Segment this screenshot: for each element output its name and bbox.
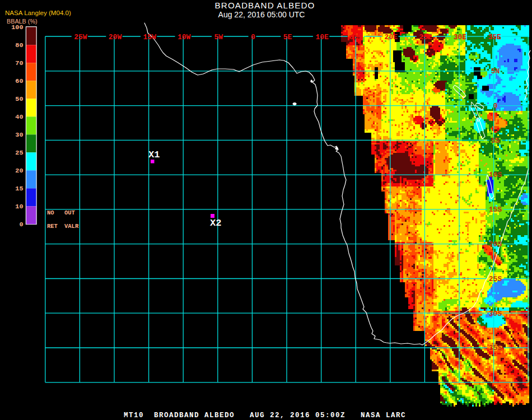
svg-text:NO: NO	[47, 209, 54, 216]
svg-text:20S: 20S	[489, 240, 502, 249]
svg-text:5W: 5W	[214, 33, 223, 41]
svg-text:50: 50	[15, 95, 23, 103]
svg-text:15S: 15S	[489, 206, 502, 214]
svg-text:70: 70	[15, 59, 23, 67]
svg-text:0: 0	[19, 221, 23, 228]
svg-text:20E: 20E	[385, 33, 398, 41]
svg-text:25E: 25E	[419, 33, 432, 41]
svg-text:20W: 20W	[109, 33, 122, 41]
svg-text:X2: X2	[210, 218, 221, 228]
svg-text:100: 100	[11, 24, 23, 31]
svg-text:60: 60	[15, 77, 23, 85]
svg-text:10W: 10W	[178, 33, 191, 41]
svg-text:15: 15	[15, 185, 23, 193]
svg-text:10E: 10E	[315, 33, 329, 41]
svg-text:OUT: OUT	[64, 209, 75, 216]
svg-text:0: 0	[493, 102, 498, 110]
svg-text:5S: 5S	[491, 137, 500, 145]
svg-text:15E: 15E	[350, 33, 363, 41]
svg-text:15W: 15W	[143, 33, 156, 41]
svg-text:25W: 25W	[74, 33, 87, 41]
svg-text:RET: RET	[47, 223, 58, 230]
svg-text:MT10 BROADBAND ALBEDO AUG 2: MT10 BROADBAND ALBEDO AUG 22, 2016 05:00…	[124, 412, 406, 419]
svg-text:5N: 5N	[491, 67, 500, 76]
svg-text:0: 0	[251, 33, 255, 41]
svg-text:25S: 25S	[489, 275, 502, 283]
svg-text:30S: 30S	[489, 310, 502, 318]
svg-text:VALR: VALR	[64, 223, 79, 230]
svg-text:BROADBAND ALBEDO: BROADBAND ALBEDO	[215, 1, 315, 10]
svg-text:25: 25	[15, 149, 23, 157]
svg-text:40: 40	[15, 113, 23, 121]
svg-text:10: 10	[15, 203, 23, 211]
svg-text:30E: 30E	[454, 33, 467, 41]
svg-text:BBALB (%): BBALB (%)	[7, 18, 38, 25]
svg-text:Aug 22, 2016 05:00 UTC: Aug 22, 2016 05:00 UTC	[218, 10, 305, 19]
svg-text:5E: 5E	[283, 33, 292, 41]
svg-text:30: 30	[15, 131, 23, 139]
svg-text:X1: X1	[148, 150, 160, 160]
svg-text:NASA Langley (M04.0): NASA Langley (M04.0)	[5, 9, 71, 16]
svg-text:35S: 35S	[489, 344, 502, 352]
svg-text:10S: 10S	[489, 171, 502, 179]
svg-text:35E: 35E	[488, 33, 501, 41]
svg-text:80: 80	[15, 41, 23, 49]
svg-text:20: 20	[15, 167, 23, 175]
